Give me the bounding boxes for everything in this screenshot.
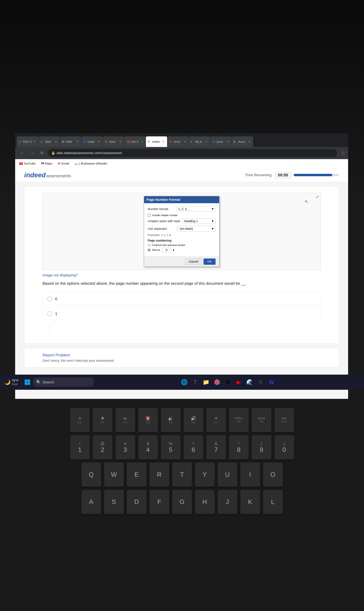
key-f6[interactable]: 🔊 F6 (183, 408, 203, 432)
taskbar-app-word[interactable]: W (267, 378, 276, 387)
key-l[interactable]: L (263, 490, 283, 514)
back-button[interactable]: ← (18, 149, 26, 157)
bookmark-star-button[interactable]: ☆ (341, 151, 345, 156)
key-8[interactable]: * 8 (229, 435, 249, 459)
key-w[interactable]: W (104, 462, 124, 487)
tab-mya[interactable]: ▪ My A × (189, 136, 210, 147)
key-0[interactable]: ) 0 (274, 435, 294, 459)
address-bar[interactable]: 🔒 take.indeedassessments.com/c/assessmen… (48, 149, 337, 157)
bookmark-gmail[interactable]: M Gmail (57, 161, 70, 166)
key-7[interactable]: & 7 (206, 435, 226, 459)
taskbar-app-excel[interactable]: X (256, 378, 265, 387)
key-s[interactable]: S (104, 490, 124, 514)
key-h[interactable]: H (195, 490, 215, 514)
tab-acco2[interactable]: ℹ Acco × (232, 136, 253, 147)
tab-nebe[interactable]: W nebe × (81, 136, 103, 147)
tab-fau-close[interactable]: × (33, 140, 36, 143)
answer-option-0[interactable]: 0 (42, 293, 321, 305)
key-q[interactable]: Q (81, 462, 101, 487)
taskbar-app-explorer[interactable]: 📁 (202, 378, 211, 387)
tab-task-close[interactable]: × (54, 140, 58, 143)
start-at-input[interactable] (162, 248, 171, 252)
tab-indeed[interactable]: ? Indee × (146, 136, 167, 147)
key-f[interactable]: F (150, 490, 169, 514)
number-format-select[interactable]: 1, 2, 3, ... ▼ (177, 206, 216, 212)
bookmark-youtube[interactable]: YouTube (18, 161, 37, 166)
tab-acco1-close[interactable]: × (183, 140, 187, 143)
key-f5[interactable]: 🔉 F5 (161, 408, 181, 432)
tab-auto[interactable]: M Auto × (103, 136, 124, 147)
key-k[interactable]: K (240, 490, 260, 514)
tab-auto-close[interactable]: × (119, 140, 122, 143)
tab-acco1[interactable]: M Acco × (167, 136, 189, 147)
key-o[interactable]: O (263, 462, 283, 487)
key-e[interactable]: E (127, 462, 146, 487)
address-bar-url: take.indeedassessments.com/c/assessment (57, 151, 122, 155)
continue-radio[interactable] (148, 244, 150, 247)
tab-mail[interactable]: ✉ Mail × (60, 136, 81, 147)
search-bar[interactable]: 🔍 Search (33, 378, 94, 387)
key-r[interactable]: R (150, 462, 169, 487)
key-f10[interactable]: End F10 (274, 408, 294, 432)
answer-radio-0[interactable] (47, 297, 52, 301)
ok-button[interactable]: OK (204, 259, 216, 265)
taskbar-app-teams[interactable]: T (191, 378, 200, 387)
tab-indeed-close[interactable]: × (162, 140, 165, 143)
key-5[interactable]: % 5 (161, 435, 181, 459)
key-f9[interactable]: Home F9 (252, 408, 271, 432)
answer-radio-1[interactable] (47, 311, 52, 316)
tab-acco2-close[interactable]: × (247, 140, 251, 143)
bookmark-maps[interactable]: 🗺 Maps (40, 161, 53, 166)
key-1[interactable]: ! 1 (70, 435, 90, 459)
tab-jobs[interactable]: 💼 Job S × (124, 136, 146, 147)
key-d[interactable]: D (127, 490, 146, 514)
expand-icon[interactable]: ⤢ (316, 194, 319, 199)
key-j[interactable]: J (218, 490, 237, 514)
tab-mya-close[interactable]: × (205, 140, 208, 143)
include-chapter-checkbox[interactable] (148, 214, 151, 217)
start-at-radio[interactable] (148, 249, 150, 251)
key-6[interactable]: ^ 6 (183, 435, 203, 459)
answer-option-2[interactable] (42, 322, 321, 335)
tab-mail-close[interactable]: × (76, 140, 79, 143)
tab-junic[interactable]: W junic × (210, 136, 232, 147)
taskbar-app-youtube[interactable]: ▶ (234, 378, 243, 387)
taskbar-app-chrome[interactable] (212, 378, 221, 387)
report-problem-link[interactable]: Report Problem (42, 353, 321, 358)
key-2[interactable]: @ 2 (93, 435, 112, 459)
cancel-button[interactable]: Cancel (185, 259, 202, 265)
key-3[interactable]: # 3 (116, 435, 135, 459)
start-button[interactable] (23, 378, 32, 387)
key-f7[interactable]: ☀ F7 (206, 408, 226, 432)
taskbar-app-settings[interactable]: ⚙ (223, 378, 233, 387)
image-not-displaying-link[interactable]: Image not displaying? (42, 273, 321, 277)
key-u[interactable]: U (218, 462, 237, 487)
key-i[interactable]: I (240, 462, 260, 487)
key-f1[interactable]: # F1 (70, 408, 90, 432)
taskbar-app-edge[interactable]: 🌐 (180, 378, 189, 387)
answer-option-1[interactable]: 1 (42, 308, 321, 320)
key-f3[interactable]: ⏯ F3 (116, 408, 135, 432)
bookmark-brytewave[interactable]: 📖 | Brytewave eReader (73, 161, 108, 166)
key-y[interactable]: Y (195, 462, 215, 487)
key-t[interactable]: T (172, 462, 192, 487)
separator-select[interactable]: - (en-dash) ▼ (177, 226, 216, 231)
tab-nebe-close[interactable]: × (97, 140, 101, 143)
tab-junic-close[interactable]: × (226, 140, 230, 143)
taskbar-app-edge2[interactable]: 🌊 (245, 378, 254, 387)
key-a[interactable]: A (81, 490, 101, 514)
tab-jobs-close[interactable]: × (140, 140, 144, 143)
tab-fau[interactable]: 🎓 FAU S × (17, 136, 38, 147)
key-f2[interactable]: ✱ F2 (93, 408, 112, 432)
key-9[interactable]: ( 9 (252, 435, 271, 459)
forward-button[interactable]: → (28, 149, 36, 157)
reload-button[interactable]: ↻ (38, 149, 46, 157)
key-f4[interactable]: 🔇 F4 (138, 408, 158, 432)
key-g[interactable]: G (172, 490, 192, 514)
key-f8[interactable]: PrtScn F8 (229, 408, 249, 432)
tab-task[interactable]: ✓ Task × (39, 136, 60, 147)
key-4[interactable]: $ 4 (138, 435, 158, 459)
chapter-style-select[interactable]: Heading 1 ▼ (183, 218, 216, 224)
key-f-main: F (157, 498, 161, 506)
answer-radio-2[interactable] (47, 326, 52, 331)
